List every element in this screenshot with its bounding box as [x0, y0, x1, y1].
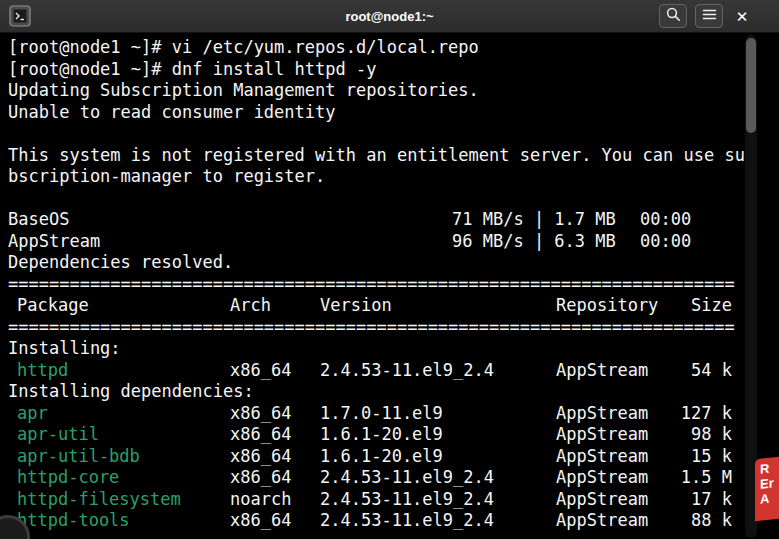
- repo-name: BaseOS: [8, 209, 69, 229]
- package-name: apr-util: [17, 424, 99, 446]
- package-size: 54 k: [691, 360, 732, 382]
- package-version: 2.4.53-11.el9_2.4: [320, 510, 494, 532]
- package-version: 1.7.0-11.el9: [320, 403, 443, 425]
- terminal-line-row: httpd-filesystemnoarch2.4.53-11.el9_2.4A…: [8, 489, 779, 511]
- terminal-line-plain: [root@node1 ~]# dnf install httpd -y: [8, 59, 779, 81]
- package-size: 88 k: [691, 510, 732, 532]
- separator-line: ========================================…: [8, 274, 735, 294]
- separator-line: ========================================…: [8, 317, 735, 337]
- package-name: apr-util-bdb: [17, 446, 140, 468]
- package-arch: x86_64: [230, 467, 291, 489]
- package-size: 17 k: [691, 489, 732, 511]
- repo-name: AppStream: [8, 231, 100, 251]
- terminal-text: Dependencies resolved.: [8, 252, 233, 272]
- terminal-line-blank: [8, 188, 779, 210]
- column-header-arch: Arch: [230, 295, 271, 317]
- terminal-line-row: httpd-corex86_642.4.53-11.el9_2.4AppStre…: [8, 467, 779, 489]
- package-arch: x86_64: [230, 424, 291, 446]
- watermark-line: A: [760, 490, 779, 507]
- terminal-line-row: httpdx86_642.4.53-11.el9_2.4AppStream54 …: [8, 360, 779, 382]
- package-repository: AppStream: [556, 467, 648, 489]
- download-rate: 71 MB/s | 1.7 MB: [452, 209, 616, 231]
- package-repository: AppStream: [556, 446, 648, 468]
- terminal-text: Updating Subscription Management reposit…: [8, 80, 479, 100]
- terminal-line-plain: Installing dependencies:: [8, 381, 779, 403]
- terminal-line-plain: Installing:: [8, 338, 779, 360]
- package-repository: AppStream: [556, 403, 648, 425]
- terminal-line-header: PackageArchVersionRepositorySize: [8, 295, 779, 317]
- package-size: 1.5 M: [681, 467, 732, 489]
- download-time: 00:00: [640, 209, 691, 231]
- terminal-text: Installing dependencies:: [8, 381, 254, 401]
- package-name: httpd: [17, 360, 68, 382]
- terminal-line-plain: Unable to read consumer identity: [8, 102, 779, 124]
- package-repository: AppStream: [556, 510, 648, 532]
- terminal-line-separator: ========================================…: [8, 317, 779, 339]
- package-repository: AppStream: [556, 489, 648, 511]
- package-version: 2.4.53-11.el9_2.4: [320, 467, 494, 489]
- column-header-version: Version: [320, 295, 392, 317]
- close-button[interactable]: ✕: [731, 4, 753, 28]
- hamburger-icon: [702, 8, 717, 24]
- terminal-text: Unable to read consumer identity: [8, 102, 336, 122]
- download-rate: 96 MB/s | 6.3 MB: [452, 231, 616, 253]
- package-name: httpd-filesystem: [17, 489, 181, 511]
- terminal-line-separator: ========================================…: [8, 274, 779, 296]
- package-arch: x86_64: [230, 360, 291, 382]
- terminal-line-plain: This system is not registered with an en…: [8, 145, 779, 167]
- package-arch: x86_64: [230, 510, 291, 532]
- terminal-text: This system is not registered with an en…: [8, 145, 745, 165]
- package-size: 98 k: [691, 424, 732, 446]
- terminal-line-progress: AppStream96 MB/s | 6.3 MB00:00: [8, 231, 779, 253]
- search-icon: [665, 6, 682, 26]
- package-size: 127 k: [681, 403, 732, 425]
- column-header-repository: Repository: [556, 295, 658, 317]
- package-name: httpd-core: [17, 467, 119, 489]
- terminal-line-row: httpd-toolsx86_642.4.53-11.el9_2.4AppStr…: [8, 510, 779, 532]
- terminal-line-blank: [8, 123, 779, 145]
- search-button[interactable]: [659, 4, 687, 28]
- terminal-line-plain: bscription-manager to register.: [8, 166, 779, 188]
- package-version: 1.6.1-20.el9: [320, 424, 443, 446]
- package-version: 2.4.53-11.el9_2.4: [320, 489, 494, 511]
- package-version: 1.6.1-20.el9: [320, 446, 443, 468]
- titlebar: root@node1:~: [0, 0, 779, 33]
- terminal-line-plain: Updating Subscription Management reposit…: [8, 80, 779, 102]
- scrollbar-thumb[interactable]: [746, 38, 756, 133]
- terminal-line-plain: Dependencies resolved.: [8, 252, 779, 274]
- terminal-text: [root@node1 ~]# dnf install httpd -y: [8, 59, 376, 79]
- menu-button[interactable]: [695, 4, 723, 28]
- package-arch: x86_64: [230, 446, 291, 468]
- close-icon: ✕: [736, 9, 749, 24]
- terminal-lines: [root@node1 ~]# vi /etc/yum.repos.d/loca…: [8, 37, 779, 532]
- download-time: 00:00: [640, 231, 691, 253]
- terminal-line-plain: [root@node1 ~]# vi /etc/yum.repos.d/loca…: [8, 37, 779, 59]
- terminal-window: root@node1:~: [0, 0, 779, 539]
- terminal-line-row: apr-util-bdbx86_641.6.1-20.el9AppStream1…: [8, 446, 779, 468]
- package-arch: noarch: [230, 489, 291, 511]
- package-repository: AppStream: [556, 424, 648, 446]
- column-header-size: Size: [691, 295, 732, 317]
- titlebar-buttons: ✕: [659, 4, 753, 28]
- package-name: apr: [17, 403, 48, 425]
- terminal-line-row: apr-utilx86_641.6.1-20.el9AppStream98 k: [8, 424, 779, 446]
- package-repository: AppStream: [556, 360, 648, 382]
- terminal-text: bscription-manager to register.: [8, 166, 325, 186]
- terminal-text: [root@node1 ~]# vi /etc/yum.repos.d/loca…: [8, 37, 479, 57]
- column-header-package: Package: [17, 295, 89, 317]
- package-version: 2.4.53-11.el9_2.4: [320, 360, 494, 382]
- package-size: 15 k: [691, 446, 732, 468]
- terminal-text: Installing:: [8, 338, 121, 358]
- package-arch: x86_64: [230, 403, 291, 425]
- terminal-output[interactable]: [root@node1 ~]# vi /etc/yum.repos.d/loca…: [0, 34, 779, 539]
- package-name: httpd-tools: [17, 510, 130, 532]
- watermark-badge: R Er A: [755, 457, 779, 522]
- terminal-line-row: aprx86_641.7.0-11.el9AppStream127 k: [8, 403, 779, 425]
- terminal-line-progress: BaseOS71 MB/s | 1.7 MB00:00: [8, 209, 779, 231]
- terminal-app-icon: [8, 4, 32, 28]
